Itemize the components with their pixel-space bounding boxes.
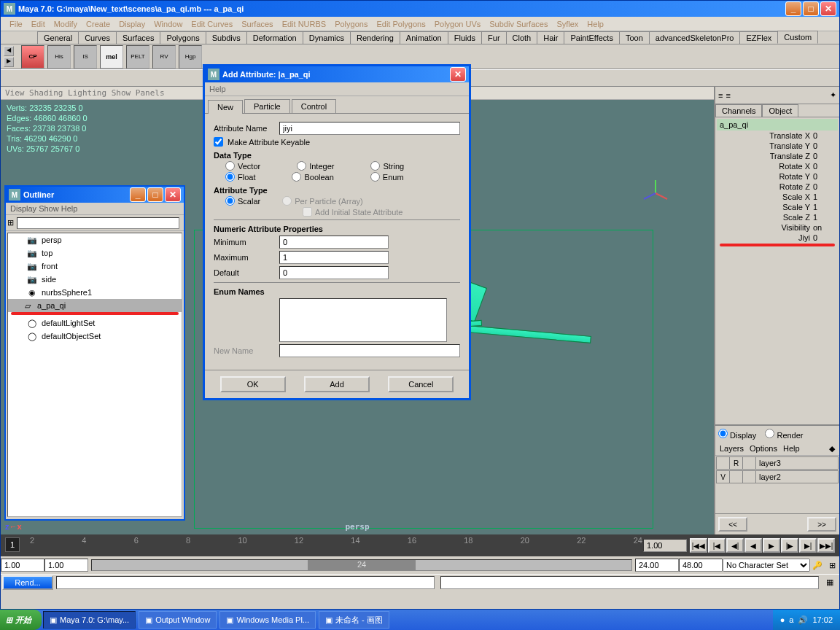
shelf-tab-fluids[interactable]: Fluids: [448, 31, 482, 44]
shelf-tab-general[interactable]: General: [37, 31, 79, 44]
scroll-left[interactable]: <<: [718, 517, 747, 532]
shelf-tab-animation[interactable]: Animation: [400, 31, 448, 44]
rend-button[interactable]: Rend...: [2, 575, 53, 590]
tab-particle[interactable]: Particle: [244, 99, 290, 113]
tab-object[interactable]: Object: [762, 104, 798, 117]
outliner-menu-show[interactable]: Show: [39, 204, 59, 213]
outliner-item-defaultObjectSet[interactable]: ◯defaultObjectSet: [8, 330, 182, 343]
radio-scalar[interactable]: Scalar: [225, 196, 260, 206]
radio-integer[interactable]: Integer: [297, 161, 334, 171]
taskbar-item[interactable]: ▣未命名 - 画图: [319, 611, 389, 629]
maximize-button[interactable]: □: [803, 1, 819, 16]
outliner-menu-display[interactable]: Display: [10, 204, 36, 213]
time-slider[interactable]: 1 24681012141618202224 |◀◀|◀◀|◀▶|▶▶|▶▶|: [1, 534, 839, 556]
ok-button[interactable]: OK: [220, 376, 286, 392]
shelf-tab-polygons[interactable]: Polygons: [160, 31, 206, 44]
range-end-pad[interactable]: [679, 559, 723, 572]
autokey-icon[interactable]: 🔑: [810, 561, 825, 570]
main-titlebar[interactable]: M Maya 7.0: G:\maya\New_text\scenes\a_pa…: [1, 1, 839, 17]
menu-create[interactable]: Create: [82, 18, 114, 30]
dialog-help-menu[interactable]: Help: [209, 85, 226, 93]
channel-row[interactable]: Translate Y0: [717, 141, 838, 151]
keyable-checkbox[interactable]: [214, 137, 223, 147]
playback-button[interactable]: ◀: [744, 538, 762, 553]
shelf-tab-ezflex[interactable]: EZFlex: [739, 31, 778, 44]
tray-icon[interactable]: 🔊: [798, 615, 808, 625]
shelf-tab-fur[interactable]: Fur: [481, 31, 507, 44]
outliner-item-persp[interactable]: 📷persp: [8, 233, 182, 246]
range-end[interactable]: [635, 559, 679, 572]
channel-row[interactable]: Translate Z0: [717, 151, 838, 161]
menu-help[interactable]: Help: [583, 18, 608, 30]
command-input[interactable]: [56, 576, 435, 589]
close-button[interactable]: ✕: [450, 67, 466, 82]
clock[interactable]: 17:02: [812, 615, 833, 624]
layer-row[interactable]: Rlayer3: [716, 456, 839, 470]
manip-icon[interactable]: ✦: [830, 90, 836, 100]
list-icon[interactable]: ≡: [726, 91, 730, 100]
def-input[interactable]: [279, 266, 389, 279]
cancel-button[interactable]: Cancel: [388, 376, 454, 392]
shelf-icon-pelt[interactable]: PELT: [126, 45, 149, 69]
shelf-icon-cp[interactable]: CP: [21, 45, 44, 69]
shelf-icon-rv[interactable]: RV: [152, 45, 176, 69]
channel-box[interactable]: a_pa_qi Translate X0Translate Y0Translat…: [715, 117, 839, 424]
tray-icon[interactable]: ●: [780, 615, 785, 624]
taskbar-item[interactable]: ▣Maya 7.0: G:\may...: [43, 611, 136, 629]
shelf-icon-is[interactable]: IS: [74, 45, 97, 69]
outliner-item-a_pa_qi[interactable]: ⊞▱a_pa_qi: [8, 299, 182, 312]
menu-surfaces[interactable]: Surfaces: [237, 18, 277, 30]
outliner-item-side[interactable]: 📷side: [8, 273, 182, 286]
menu-polygon-uvs[interactable]: Polygon UVs: [430, 18, 486, 30]
shelf-tab-curves[interactable]: Curves: [78, 31, 117, 44]
menu-edit-polygons[interactable]: Edit Polygons: [372, 18, 429, 30]
minimize-button[interactable]: _: [785, 1, 801, 16]
channel-row[interactable]: Rotate X0: [717, 161, 838, 171]
list-icon[interactable]: ≡: [718, 91, 723, 100]
outliner-item-top[interactable]: 📷top: [8, 246, 182, 260]
taskbar-item[interactable]: ▣Windows Media Pl...: [219, 611, 316, 629]
shelf-tab-deformation[interactable]: Deformation: [246, 31, 303, 44]
playback-button[interactable]: ▶▶|: [817, 538, 835, 553]
menu-edit-curves[interactable]: Edit Curves: [187, 18, 237, 30]
start-button[interactable]: ⊞ 开始: [0, 610, 42, 630]
attr-name-input[interactable]: [279, 122, 460, 135]
shelf-tab-custom[interactable]: Custom: [777, 31, 818, 44]
prefs-icon[interactable]: ⊞: [825, 561, 839, 570]
tab-channels[interactable]: Channels: [715, 104, 762, 117]
menu-display[interactable]: Display: [114, 18, 149, 30]
range-bar[interactable]: 24: [308, 560, 416, 570]
menu-edit[interactable]: Edit: [27, 18, 50, 30]
channel-row[interactable]: Rotate Y0: [717, 171, 838, 182]
max-input[interactable]: [279, 251, 389, 264]
playback-button[interactable]: ▶|: [799, 538, 817, 553]
tab-new[interactable]: New: [208, 100, 243, 114]
radio-float[interactable]: Float: [225, 172, 255, 182]
channel-object-name[interactable]: a_pa_qi: [717, 119, 838, 131]
outliner-search[interactable]: [17, 217, 179, 229]
layers-menu-help[interactable]: Help: [783, 444, 800, 454]
layers-menu-layers[interactable]: Layers: [720, 444, 744, 454]
current-time-field[interactable]: [643, 539, 687, 552]
channel-row[interactable]: Jiyi0: [717, 233, 838, 243]
menu-polygons[interactable]: Polygons: [330, 18, 372, 30]
playback-button[interactable]: |◀: [708, 538, 726, 553]
shelf-tab-hair[interactable]: Hair: [537, 31, 564, 44]
shelf-nav-icon[interactable]: ▶: [4, 57, 14, 67]
outliner-item-front[interactable]: 📷front: [8, 260, 182, 273]
playback-button[interactable]: ◀|: [726, 538, 744, 553]
playback-button[interactable]: |◀◀: [690, 538, 707, 553]
playback-button[interactable]: |▶: [781, 538, 798, 553]
menu-subdiv-surfaces[interactable]: Subdiv Surfaces: [485, 18, 552, 30]
outliner-item-nurbsSphere1[interactable]: ◉nurbsSphere1: [8, 286, 182, 299]
menu-file[interactable]: File: [5, 18, 27, 30]
layer-row[interactable]: Vlayer2: [716, 470, 839, 483]
channel-row[interactable]: Scale Y1: [717, 202, 838, 212]
outliner-tree[interactable]: 📷persp📷top📷front📷side◉nurbsSphere1⊞▱a_pa…: [7, 233, 182, 517]
menu-window[interactable]: Window: [149, 18, 187, 30]
maximize-button[interactable]: □: [147, 187, 163, 202]
radio-vector[interactable]: Vector: [225, 161, 260, 171]
shelf-tab-dynamics[interactable]: Dynamics: [303, 31, 351, 44]
script-editor-icon[interactable]: ▦: [822, 578, 838, 587]
tab-control[interactable]: Control: [292, 99, 336, 113]
